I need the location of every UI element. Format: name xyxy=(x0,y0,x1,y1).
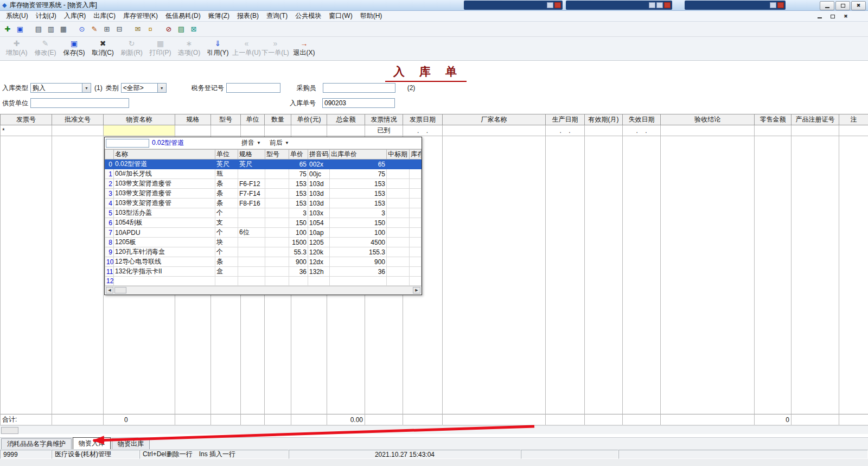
lookup-cell[interactable]: 条 xyxy=(215,257,238,267)
lookup-cell[interactable]: 100 xyxy=(330,228,387,238)
grid-col-header-18[interactable]: 注 xyxy=(839,114,868,125)
lookup-cell[interactable]: 00#加长牙线 xyxy=(114,169,215,179)
lookup-cell[interactable] xyxy=(410,238,422,247)
lookup-cell[interactable] xyxy=(387,277,410,286)
lookup-cell[interactable]: 103d xyxy=(308,179,330,189)
lookup-cell[interactable] xyxy=(265,208,289,218)
lookup-cell[interactable] xyxy=(238,238,265,247)
lookup-cell[interactable]: 6位 xyxy=(238,228,265,238)
entry-cell-1[interactable] xyxy=(52,125,104,136)
grid-col-header-6[interactable]: 数量 xyxy=(265,114,291,125)
lookup-cell[interactable]: 75 xyxy=(330,169,387,179)
menu-item-10[interactable]: 窗口(W) xyxy=(325,10,356,22)
grid-col-header-15[interactable]: 验收结论 xyxy=(661,114,755,125)
close-button[interactable]: ✖ xyxy=(851,1,866,10)
lookup-row-7[interactable]: 710APDU个6位10010ap100 xyxy=(105,228,422,238)
grid-col-header-17[interactable]: 产品注册证号 xyxy=(792,114,839,125)
lookup-cell[interactable] xyxy=(238,257,265,267)
lookup-row-4[interactable]: 4103带支架肾造瘘管条F8-F16153103d153 xyxy=(105,199,422,208)
lookup-row-6[interactable]: 61054刮板支1501054150 xyxy=(105,218,422,228)
grid-col-header-16[interactable]: 零售金额 xyxy=(755,114,792,125)
lookup-cell[interactable] xyxy=(265,228,289,238)
lookup-col-header-0[interactable]: 名称 xyxy=(114,150,215,159)
lookup-cell[interactable]: 1500 xyxy=(289,238,308,247)
menu-item-5[interactable]: 低值易耗(D) xyxy=(162,10,205,22)
chevron-down-icon[interactable]: ▼ xyxy=(82,84,91,92)
lookup-cell[interactable]: 132h xyxy=(308,267,330,277)
lookup-cell[interactable]: 65 xyxy=(330,159,387,169)
lookup-cell[interactable]: 1054刮板 xyxy=(114,218,215,228)
book-icon[interactable]: ▤ xyxy=(176,24,187,35)
entry-cell-9[interactable]: 已到 xyxy=(365,125,403,136)
grid-col-header-14[interactable]: 失效日期 xyxy=(623,114,661,125)
lookup-cell[interactable] xyxy=(410,218,422,228)
preview-icon[interactable]: ▤ xyxy=(33,24,44,35)
lookup-cell[interactable] xyxy=(265,238,289,247)
lookup-row-12[interactable]: 12 xyxy=(105,277,422,286)
lookup-col-header-1[interactable]: 单位 xyxy=(215,150,238,159)
lookup-cell[interactable]: 103d xyxy=(308,199,330,208)
lookup-col-header-7[interactable]: 中标期 xyxy=(387,150,410,159)
cite-button[interactable]: ⇓引用(Y) xyxy=(203,38,232,60)
grid-col-header-10[interactable]: 发票日期 xyxy=(403,114,443,125)
lookup-cell[interactable] xyxy=(265,277,289,286)
menu-item-0[interactable]: 系统(U) xyxy=(2,10,32,22)
lookup-cell[interactable] xyxy=(387,247,410,257)
lookup-cell[interactable] xyxy=(265,267,289,277)
mdi-maximize-button[interactable] xyxy=(828,12,838,20)
lookup-cell[interactable] xyxy=(410,179,422,189)
lookup-cell[interactable] xyxy=(387,267,410,277)
report-icon[interactable]: ▥ xyxy=(46,24,56,35)
grid-col-header-11[interactable]: 厂家名称 xyxy=(443,114,546,125)
grid-col-header-0[interactable]: 发票号 xyxy=(1,114,52,125)
lookup-scrollbar[interactable]: ◀ ▶ xyxy=(105,286,422,295)
lookup-cell[interactable]: 103x xyxy=(308,208,330,218)
new-doc-icon[interactable]: ✚ xyxy=(2,24,13,35)
lookup-cell[interactable] xyxy=(265,179,289,189)
lookup-cell[interactable]: 1054 xyxy=(308,218,330,228)
supplier-input[interactable] xyxy=(30,98,129,108)
lookup-cell[interactable] xyxy=(410,277,422,286)
entry-cell-10[interactable]: . . xyxy=(403,125,443,136)
grid-col-header-4[interactable]: 型号 xyxy=(211,114,241,125)
stop-icon[interactable]: ⊘ xyxy=(163,24,174,35)
tab-2[interactable]: 物资出库 xyxy=(112,438,150,449)
lookup-cell[interactable]: 65 xyxy=(289,159,308,169)
key-icon[interactable]: ¤ xyxy=(145,24,156,35)
menu-item-4[interactable]: 库存管理(K) xyxy=(119,10,162,22)
entry-cell-2[interactable] xyxy=(104,125,175,136)
lookup-cell[interactable] xyxy=(265,189,289,199)
lookup-cell[interactable] xyxy=(387,218,410,228)
lookup-row-2[interactable]: 2103带支架肾造瘘管条F6-F12153103d153 xyxy=(105,179,422,189)
minimize-button[interactable] xyxy=(820,1,834,10)
lookup-cell[interactable] xyxy=(410,199,422,208)
lookup-cell[interactable]: 103d xyxy=(308,189,330,199)
lookup-cell[interactable] xyxy=(289,277,308,286)
lookup-cell[interactable] xyxy=(410,247,422,257)
lookup-row-0[interactable]: 00.02型管道英尺英尺65002x65 xyxy=(105,159,422,169)
lookup-cell[interactable] xyxy=(387,189,410,199)
lookup-cell[interactable] xyxy=(265,199,289,208)
lookup-cell[interactable]: 1205板 xyxy=(114,238,215,247)
search-icon[interactable]: ⊙ xyxy=(76,24,87,35)
lookup-cell[interactable] xyxy=(410,159,422,169)
lookup-cell[interactable]: 153 xyxy=(330,199,387,208)
lookup-search-input[interactable] xyxy=(106,139,149,148)
entry-cell-6[interactable] xyxy=(265,125,291,136)
lookup-col-header-2[interactable]: 规格 xyxy=(238,150,265,159)
lookup-cell[interactable]: 10ap xyxy=(308,228,330,238)
edit-icon[interactable]: ✎ xyxy=(89,24,100,35)
lookup-col-header-8[interactable]: 库存 xyxy=(410,150,422,159)
buyer-input[interactable] xyxy=(323,83,395,93)
lookup-col-header-5[interactable]: 拼音码 xyxy=(308,150,330,159)
lookup-col-header-6[interactable]: 出库单价 xyxy=(330,150,387,159)
lookup-row-10[interactable]: 1012导心电导联线条90012dx900 xyxy=(105,257,422,267)
menu-item-3[interactable]: 出库(C) xyxy=(90,10,119,22)
lookup-cell[interactable] xyxy=(387,159,410,169)
lookup-cell[interactable]: 103带支架肾造瘘管 xyxy=(114,199,215,208)
entry-cell-5[interactable] xyxy=(241,125,265,136)
maximize-button[interactable] xyxy=(835,1,850,10)
category-select[interactable]: <全部> ▼ xyxy=(121,83,167,93)
table-icon[interactable]: ⊞ xyxy=(101,24,112,35)
grid-col-header-1[interactable]: 批准文号 xyxy=(52,114,104,125)
